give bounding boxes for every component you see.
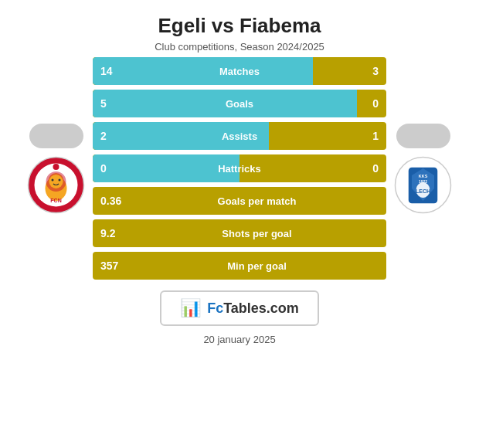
header: Egeli vs Fiabema Club competitions, Seas… xyxy=(155,0,324,57)
stat-row-hattricks: 0 Hattricks 0 xyxy=(93,154,386,182)
stat-right-hattricks: 0 xyxy=(355,162,379,175)
brand-text: FcTables.com xyxy=(207,300,299,317)
stat-left-shots-per-goal: 9.2 xyxy=(100,227,135,239)
stats-container: 14 Matches 3 5 Goals 0 2 Assists 1 xyxy=(93,57,386,280)
right-blob xyxy=(396,124,450,148)
team-logo-left: FCN xyxy=(19,124,93,214)
stat-label-hattricks: Hattricks xyxy=(124,163,355,175)
left-blob xyxy=(29,124,83,148)
stat-left-min-per-goal: 357 xyxy=(100,260,135,272)
stat-left-assists: 2 xyxy=(100,130,124,142)
stat-row-min-per-goal: 357 Min per goal xyxy=(93,252,386,280)
stat-label-min-per-goal: Min per goal xyxy=(135,260,379,272)
svg-point-7 xyxy=(52,178,54,181)
stat-right-matches: 3 xyxy=(355,65,379,77)
stat-label-shots-per-goal: Shots per goal xyxy=(135,228,379,239)
stat-row-shots-per-goal: 9.2 Shots per goal xyxy=(93,219,386,247)
stat-right-assists: 1 xyxy=(355,130,379,142)
stat-row-goals-per-match: 0.36 Goals per match xyxy=(93,187,386,215)
stat-label-goals-per-match: Goals per match xyxy=(135,195,379,207)
page-subtitle: Club competitions, Season 2024/2025 xyxy=(155,41,324,53)
stat-row-matches: 14 Matches 3 xyxy=(93,57,386,85)
lech-logo: KKS 1922 LECH xyxy=(394,156,452,214)
svg-text:KKS: KKS xyxy=(419,174,428,178)
stat-left-hattricks: 0 xyxy=(100,162,124,175)
stat-right-goals: 0 xyxy=(355,97,379,110)
team-logo-right: KKS 1922 LECH xyxy=(386,124,460,214)
brand-prefix: Fc xyxy=(207,300,223,316)
brand-suffix: Tables.com xyxy=(223,300,299,316)
fctables-banner: 📊 FcTables.com xyxy=(160,290,319,326)
stat-left-goals: 5 xyxy=(100,97,124,110)
stat-label-assists: Assists xyxy=(124,131,355,142)
footer-date: 20 january 2025 xyxy=(203,334,275,345)
page-title: Egeli vs Fiabema xyxy=(155,14,324,38)
fcn-logo: FCN xyxy=(27,156,85,214)
svg-point-6 xyxy=(49,175,63,188)
stat-label-matches: Matches xyxy=(124,66,355,77)
svg-point-8 xyxy=(59,178,61,181)
stat-row-goals: 5 Goals 0 xyxy=(93,90,386,117)
stat-label-goals: Goals xyxy=(124,98,355,110)
stat-left-matches: 14 xyxy=(100,65,124,77)
chart-icon: 📊 xyxy=(180,298,201,318)
svg-text:LECH: LECH xyxy=(416,188,430,194)
svg-point-2 xyxy=(53,164,59,170)
stat-row-assists: 2 Assists 1 xyxy=(93,122,386,150)
stat-left-goals-per-match: 0.36 xyxy=(100,195,135,207)
svg-text:FCN: FCN xyxy=(50,198,61,203)
